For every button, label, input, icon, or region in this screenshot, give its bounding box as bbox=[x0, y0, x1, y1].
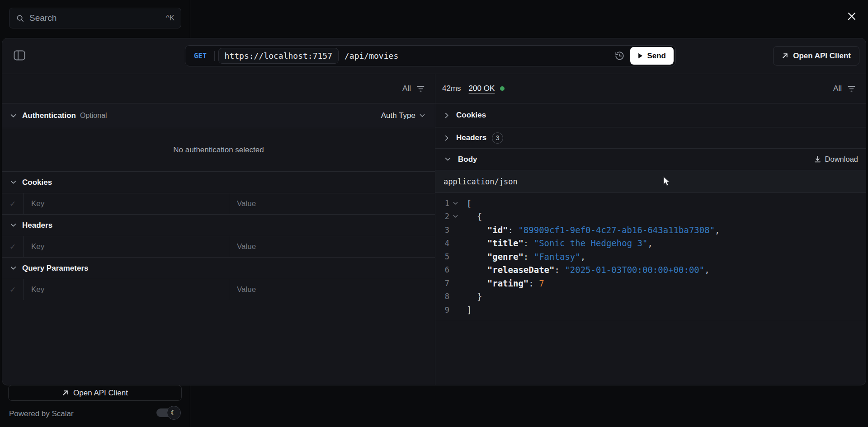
auth-type-select[interactable]: Auth Type bbox=[381, 111, 425, 120]
code-fold-chevron-icon[interactable] bbox=[449, 202, 461, 205]
history-icon bbox=[614, 51, 625, 61]
response-filter-label[interactable]: All bbox=[833, 84, 842, 93]
row-enabled-checkbox[interactable]: ✓ bbox=[2, 193, 24, 214]
query-key-input[interactable] bbox=[24, 285, 229, 294]
headers-value-input[interactable] bbox=[229, 242, 435, 251]
code-line: 9] bbox=[435, 303, 866, 317]
response-cookies-title: Cookies bbox=[456, 111, 486, 120]
external-link-icon bbox=[62, 389, 69, 396]
chevron-down-icon bbox=[445, 157, 451, 161]
code-text: "id": "89909cf1-9ef0-4c27-ab16-643a11ba7… bbox=[467, 225, 720, 235]
line-number: 2 bbox=[443, 212, 449, 221]
code-line: 5 "genre": "Fantasy", bbox=[435, 250, 866, 263]
address-bar: GET https://localhost:7157 /api/movies bbox=[185, 45, 676, 66]
code-text: [ bbox=[467, 198, 472, 208]
line-number: 3 bbox=[443, 225, 449, 235]
response-time: 42ms bbox=[442, 84, 461, 93]
headers-title: Headers bbox=[22, 221, 52, 230]
line-number: 1 bbox=[443, 199, 449, 208]
query-parameters-kv-row: ✓ bbox=[2, 279, 435, 300]
headers-count-badge: 3 bbox=[492, 132, 503, 144]
response-cookies-accordion[interactable]: Cookies bbox=[435, 103, 866, 127]
row-enabled-checkbox[interactable]: ✓ bbox=[2, 236, 24, 257]
line-number: 8 bbox=[443, 292, 449, 301]
content-type-row: application/json bbox=[435, 170, 866, 192]
authentication-optional-label: Optional bbox=[80, 112, 107, 120]
code-line: 1[ bbox=[435, 197, 866, 210]
chevron-right-icon bbox=[445, 135, 449, 141]
cookies-kv-row: ✓ bbox=[2, 193, 435, 214]
method-select[interactable]: GET bbox=[185, 52, 214, 60]
search-input[interactable] bbox=[29, 13, 161, 23]
api-client-modal: GET https://localhost:7157 /api/movies bbox=[2, 38, 866, 385]
close-icon bbox=[846, 11, 857, 22]
open-api-client-button-footer[interactable]: Open API Client bbox=[8, 385, 182, 401]
send-label: Send bbox=[647, 52, 666, 61]
check-icon: ✓ bbox=[9, 242, 16, 252]
moon-icon: ☾ bbox=[170, 408, 177, 417]
code-line: 2 { bbox=[435, 210, 866, 224]
path-field[interactable]: /api/movies bbox=[344, 51, 398, 61]
cookies-section-header[interactable]: Cookies bbox=[2, 171, 435, 193]
chevron-down-icon bbox=[10, 223, 16, 227]
code-text: "genre": "Fantasy", bbox=[467, 252, 585, 262]
search-input-wrapper[interactable]: ^K bbox=[9, 8, 181, 28]
base-url-field[interactable]: https://localhost:7157 bbox=[218, 48, 339, 64]
response-filter-button[interactable] bbox=[847, 85, 856, 92]
download-button[interactable]: Download bbox=[814, 155, 858, 164]
query-parameters-title: Query Parameters bbox=[22, 264, 88, 273]
sidebar-divider-top bbox=[190, 0, 190, 38]
code-fold-chevron-icon[interactable] bbox=[449, 215, 461, 218]
address-bar-separator bbox=[214, 51, 215, 61]
sidebar-divider-bottom bbox=[190, 385, 190, 427]
content-type-value: application/json bbox=[443, 177, 518, 186]
authentication-section-header[interactable]: Authentication Optional Auth Type bbox=[2, 103, 435, 128]
filter-icon bbox=[847, 85, 856, 92]
download-label: Download bbox=[825, 155, 858, 164]
authentication-title: Authentication bbox=[22, 111, 76, 120]
cookies-value-input[interactable] bbox=[229, 199, 435, 208]
code-line: 7 "rating": 7 bbox=[435, 277, 866, 290]
status-dot-icon bbox=[500, 86, 505, 91]
dark-mode-toggle[interactable]: ☾ bbox=[156, 406, 181, 420]
chevron-down-icon bbox=[10, 180, 16, 184]
response-code: 1[2 {3 "id": "89909cf1-9ef0-4c27-ab16-64… bbox=[435, 192, 866, 321]
chevron-right-icon bbox=[445, 113, 449, 118]
line-number: 7 bbox=[443, 279, 449, 288]
open-api-client-label: Open API Client bbox=[793, 52, 851, 61]
response-panel: 42ms 200 OK All Cookies bbox=[435, 74, 866, 385]
send-button[interactable]: Send bbox=[630, 47, 674, 65]
code-text: "releaseDate": "2025-01-03T00:00:00+00:0… bbox=[467, 265, 710, 275]
response-body-accordion[interactable]: Body Download bbox=[435, 148, 866, 170]
history-button[interactable] bbox=[614, 51, 625, 61]
auth-type-label: Auth Type bbox=[381, 111, 415, 120]
query-value-input[interactable] bbox=[229, 285, 435, 294]
open-api-client-button-top[interactable]: Open API Client bbox=[773, 46, 859, 66]
request-toolbar: GET https://localhost:7157 /api/movies bbox=[2, 38, 866, 74]
powered-by-scalar-link[interactable]: Powered by Scalar bbox=[9, 409, 74, 418]
response-headers-accordion[interactable]: Headers 3 bbox=[435, 127, 866, 148]
check-icon: ✓ bbox=[9, 199, 16, 209]
query-parameters-section-header[interactable]: Query Parameters bbox=[2, 257, 435, 279]
sidebar-toggle-icon bbox=[14, 50, 25, 61]
cookies-key-input[interactable] bbox=[24, 199, 229, 208]
code-text: { bbox=[467, 211, 482, 221]
headers-key-input[interactable] bbox=[24, 242, 229, 251]
line-number: 4 bbox=[443, 239, 449, 248]
filter-icon bbox=[416, 85, 425, 92]
response-headers-title: Headers bbox=[456, 133, 486, 142]
response-body-title: Body bbox=[458, 155, 477, 164]
code-line: 6 "releaseDate": "2025-01-03T00:00:00+00… bbox=[435, 263, 866, 277]
chevron-down-icon bbox=[10, 266, 16, 270]
send-play-icon bbox=[638, 53, 643, 59]
search-icon bbox=[16, 14, 24, 23]
headers-section-header[interactable]: Headers bbox=[2, 214, 435, 236]
row-enabled-checkbox[interactable]: ✓ bbox=[2, 279, 24, 300]
close-button[interactable] bbox=[844, 9, 859, 24]
sidebar-toggle-button[interactable] bbox=[14, 50, 25, 61]
code-line: 4 "title": "Sonic the Hedgehog 3", bbox=[435, 237, 866, 250]
request-filter-button[interactable] bbox=[416, 85, 425, 92]
scalar-api-reference: ^K GET https://localhost:7157 /api/movie… bbox=[0, 0, 868, 427]
request-filter-label[interactable]: All bbox=[402, 84, 411, 93]
code-text: "title": "Sonic the Hedgehog 3", bbox=[467, 238, 653, 248]
